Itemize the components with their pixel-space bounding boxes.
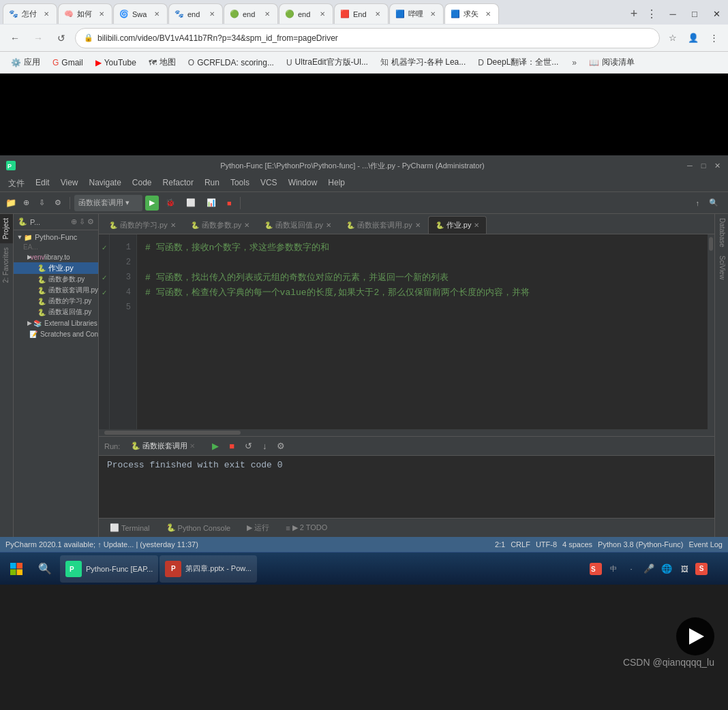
run-settings-btn[interactable]: ⚙	[274, 439, 288, 453]
status-indent[interactable]: 4 spaces	[562, 540, 592, 549]
run-tab-active[interactable]: 🐍 函数嵌套调用 ✕	[125, 439, 200, 452]
bookmark-5[interactable]: U UltraEdit官方版-Ul...	[281, 55, 374, 71]
run-config-selector[interactable]: 函数嵌套调用 ▾	[74, 195, 142, 211]
bookmark-1[interactable]: G Gmail	[47, 55, 89, 71]
run-play-btn[interactable]: ▶	[209, 439, 222, 453]
tree-scratches[interactable]: 📝 Scratches and Con	[14, 328, 98, 339]
taskbar-extra-icons[interactable]: S	[695, 563, 708, 575]
start-button[interactable]	[3, 555, 30, 583]
python-console-tab[interactable]: 🐍 Python Console	[161, 522, 237, 534]
tab-close-1[interactable]: ✕	[42, 10, 51, 19]
tab-close-8[interactable]: ✕	[428, 10, 438, 19]
back-button[interactable]: ←	[5, 29, 25, 48]
run-tab-close[interactable]: ✕	[189, 442, 195, 450]
sidebar-btn-1[interactable]: ⊕	[71, 217, 77, 226]
run-tab-bottom[interactable]: ▶ 运行	[241, 521, 275, 534]
search-everywhere-btn[interactable]: 🔍	[705, 195, 723, 211]
vcs-btn[interactable]: ↑	[692, 195, 704, 211]
tree-venv[interactable]: ▶ venv library.to	[14, 251, 98, 262]
menu-item-run[interactable]: Run	[199, 176, 225, 191]
sidebar-btn-2[interactable]: ⇩	[79, 217, 85, 226]
menu-item-help[interactable]: Help	[322, 176, 350, 191]
taskbar-img-icon[interactable]: 🖼	[678, 562, 691, 576]
ide-minimize-button[interactable]: ─	[684, 160, 695, 171]
tree-xueli[interactable]: 🐍 函数的学习.py	[14, 296, 98, 307]
maximize-button[interactable]: □	[686, 5, 703, 22]
tree-root[interactable]: ▼ 📁 Python-Func	[14, 232, 98, 243]
tab-overflow-button[interactable]: ⋮	[643, 5, 660, 22]
status-python[interactable]: Python 3.8 (Python-Func)	[598, 540, 683, 549]
browser-tab-2[interactable]: 🧠 如何 ✕	[58, 3, 112, 24]
ide-close-button[interactable]: ✕	[712, 160, 723, 171]
event-log[interactable]: Event Log	[688, 540, 723, 549]
bookmark-4[interactable]: O GCRFLDA: scoring...	[183, 55, 279, 71]
menu-item-view[interactable]: View	[55, 176, 84, 191]
run-scroll-btn[interactable]: ↓	[258, 439, 271, 453]
stop-button[interactable]: ■	[223, 195, 236, 211]
run-button[interactable]: ▶	[145, 196, 159, 211]
clock-display[interactable]	[712, 568, 720, 570]
tab-close-2[interactable]: ✕	[244, 221, 249, 229]
forward-button[interactable]: →	[29, 29, 48, 48]
status-encoding[interactable]: UTF-8	[536, 540, 557, 549]
todo-tab[interactable]: ≡ ▶ 2 TODO	[280, 522, 333, 534]
horizontal-scrollbar[interactable]	[99, 429, 714, 436]
profile-button[interactable]: 📊	[202, 195, 220, 211]
browser-tab-3[interactable]: 🌀 Swa ✕	[113, 3, 168, 24]
menu-item-code[interactable]: Code	[127, 176, 157, 191]
toolbar-btn-3[interactable]: ⚙	[50, 195, 65, 211]
browser-tab-9[interactable]: 🟦 求矢 ✕	[444, 3, 499, 24]
taskbar-ppt[interactable]: P 第四章.pptx - Pow...	[160, 555, 257, 583]
profile-icon[interactable]: 👤	[684, 29, 702, 47]
reload-button[interactable]: ↺	[52, 29, 71, 48]
tree-external[interactable]: ▶ 📚 External Libraries	[14, 318, 98, 328]
bookmark-0[interactable]: ⚙️ 应用	[5, 55, 46, 71]
tab-close-3[interactable]: ✕	[152, 10, 162, 19]
tab-close-5[interactable]: ✕	[262, 10, 272, 19]
coverage-button[interactable]: ⬜	[182, 195, 200, 211]
browser-tab-7[interactable]: 🟥 End ✕	[334, 3, 389, 24]
editor-tab-qiantao[interactable]: 🐍 函数嵌套调用.py ✕	[339, 216, 428, 234]
sciview-tab[interactable]: SciView	[715, 251, 728, 283]
database-tab[interactable]: Database	[715, 214, 728, 251]
new-tab-button[interactable]: +	[624, 4, 643, 23]
browser-tab-6[interactable]: 🟢 end ✕	[279, 3, 333, 24]
bookmark-6[interactable]: 知 机器学习-各种 Lea...	[375, 55, 471, 71]
menu-item-window[interactable]: Window	[283, 176, 323, 191]
tree-qiantao[interactable]: 🐍 函数嵌套调用.py	[14, 285, 98, 296]
browser-tab-4[interactable]: 🐾 end ✕	[168, 3, 223, 24]
editor-tab-fanhui[interactable]: 🐍 函数返回值.py ✕	[257, 216, 339, 234]
menu-item-vcs[interactable]: VCS	[255, 176, 283, 191]
favorites-tab[interactable]: 2: Favorites	[0, 243, 13, 287]
code-content[interactable]: # 写函数，接收n个数字，求这些参数数字的和 # 写函数，找出传入的列表或元组的…	[137, 234, 708, 429]
menu-item-文件[interactable]: 文件	[3, 176, 30, 191]
run-rerun-btn[interactable]: ↺	[241, 439, 255, 453]
debug-button[interactable]: 🐞	[162, 195, 179, 211]
tab-close-4[interactable]: ✕	[415, 221, 421, 229]
menu-item-refactor[interactable]: Refactor	[157, 176, 199, 191]
tab-close-2[interactable]: ✕	[97, 10, 106, 19]
browser-tab-5[interactable]: 🟢 end ✕	[224, 3, 278, 24]
editor-tab-canshu[interactable]: 🐍 函数参数.py ✕	[183, 216, 258, 234]
tree-canshu[interactable]: 🐍 函数参数.py	[14, 274, 98, 285]
video-overlay-button[interactable]	[676, 617, 714, 655]
editor-tab-zuoye[interactable]: 🐍 作业.py ✕	[428, 216, 487, 234]
menu-item-navigate[interactable]: Navigate	[83, 176, 126, 191]
taskbar-pycharm[interactable]: P Python-Func [EAP...	[60, 555, 158, 583]
menu-item-edit[interactable]: Edit	[30, 176, 55, 191]
status-position[interactable]: 2:1	[495, 540, 505, 549]
browser-tab-8[interactable]: 🟦 哔哩 ✕	[389, 3, 444, 24]
menu-item-tools[interactable]: Tools	[225, 176, 255, 191]
tab-close-4[interactable]: ✕	[207, 10, 217, 19]
bookmark-2[interactable]: ▶ YouTube	[90, 55, 142, 71]
taskbar-sogou-icon[interactable]: S	[589, 562, 603, 576]
vertical-scrollbar[interactable]	[708, 234, 714, 429]
tab-close-6[interactable]: ✕	[318, 10, 327, 19]
tab-close-7[interactable]: ✕	[373, 10, 382, 19]
tab-close-3[interactable]: ✕	[326, 221, 331, 229]
bookmark-3[interactable]: 🗺 地图	[143, 55, 181, 71]
run-stop-btn[interactable]: ■	[225, 439, 239, 453]
terminal-tab[interactable]: ⬜ Terminal	[104, 522, 155, 534]
tree-zuoye[interactable]: 🐍 作业.py	[14, 262, 98, 274]
bookmark-icon[interactable]: ☆	[664, 29, 682, 47]
